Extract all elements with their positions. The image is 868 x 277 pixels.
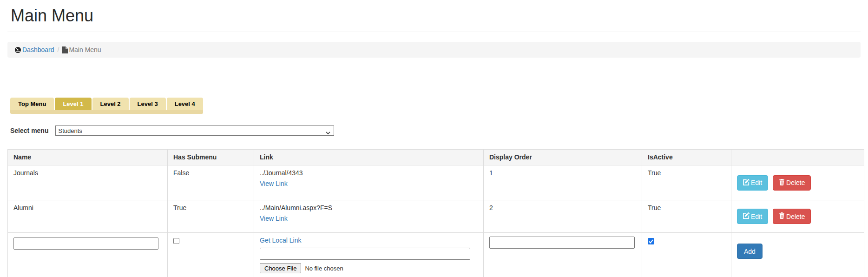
edit-icon [743,179,750,187]
cell-name: Journals [8,165,168,200]
cell-add-name [8,233,168,277]
trash-icon [779,212,785,220]
edit-button-label: Edit [751,213,762,220]
file-icon [62,46,68,53]
cell-link: ../Journal/4343 View Link [254,165,484,200]
cell-actions: Edit Delete [731,200,864,233]
has-submenu-checkbox[interactable] [173,238,179,244]
title-divider [7,32,861,32]
cell-has-submenu: False [168,165,254,200]
page-title: Main Menu [7,0,861,32]
cell-display-order: 2 [484,200,642,233]
name-input[interactable] [13,237,158,250]
breadcrumb-dashboard-link[interactable]: Dashboard [14,46,54,53]
delete-button-label: Delete [786,179,805,186]
edit-icon [743,212,750,220]
select-menu-row: Select menu Students [10,125,861,136]
menu-table: Name Has Submenu Link Display Order IsAc… [7,149,864,277]
file-input: Choose File No file chosen [260,263,478,273]
add-row: Get Local Link Choose File No file chose… [8,233,864,277]
link-input[interactable] [260,248,470,260]
col-header-link: Link [254,150,484,165]
trash-icon [779,179,785,187]
tab-level-1[interactable]: Level 1 [55,98,91,110]
menu-select[interactable]: Students [55,125,334,136]
tab-top-menu[interactable]: Top Menu [10,98,54,110]
breadcrumb-separator: / [54,46,63,53]
display-order-input[interactable] [489,237,635,249]
cell-is-active: True [642,165,731,200]
tab-level-2[interactable]: Level 2 [92,98,129,110]
col-header-is-active: IsActive [642,150,731,165]
col-header-actions [731,150,864,165]
cell-has-submenu: True [168,200,254,233]
level-tabs: Top Menu Level 1 Level 2 Level 3 Level 4 [10,98,207,114]
cell-add-display-order [484,233,642,277]
cell-name: Alumni [8,200,168,233]
col-header-display-order: Display Order [484,150,642,165]
edit-button[interactable]: Edit [737,175,768,191]
is-active-checkbox[interactable] [648,238,654,244]
breadcrumb: Dashboard / Main Menu [7,42,861,58]
tab-row: Top Menu Level 1 Level 2 Level 3 Level 4 [10,98,203,110]
select-menu-label: Select menu [10,127,48,134]
view-link[interactable]: View Link [260,180,288,187]
table-row: Journals False ../Journal/4343 View Link… [8,165,864,200]
cell-add-has-submenu [168,233,254,277]
cell-display-order: 1 [484,165,642,200]
dashboard-icon [14,46,21,53]
menu-select-value: Students [58,127,82,134]
link-url: ../Main/Alumni.aspx?F=S [260,204,332,211]
cell-actions: Edit Delete [731,165,864,200]
choose-file-button[interactable]: Choose File [260,263,301,273]
delete-button-label: Delete [786,213,805,220]
add-button[interactable]: Add [737,244,763,259]
breadcrumb-current-label: Main Menu [69,46,101,53]
tab-level-3[interactable]: Level 3 [130,98,166,110]
file-status-text: No file chosen [305,265,343,272]
check-icon [649,237,653,245]
link-url: ../Journal/4343 [260,169,303,177]
delete-button[interactable]: Delete [773,209,811,224]
table-header-row: Name Has Submenu Link Display Order IsAc… [8,150,864,165]
get-local-link[interactable]: Get Local Link [260,237,302,244]
breadcrumb-dashboard-label: Dashboard [22,46,54,53]
col-header-name: Name [8,150,168,165]
tab-level-4[interactable]: Level 4 [167,98,203,110]
chevron-down-icon [326,129,330,136]
cell-add-link: Get Local Link Choose File No file chose… [254,233,484,277]
col-header-has-submenu: Has Submenu [168,150,254,165]
view-link[interactable]: View Link [260,215,288,222]
cell-add-is-active [642,233,731,277]
table-row: Alumni True ../Main/Alumni.aspx?F=S View… [8,200,864,233]
delete-button[interactable]: Delete [773,175,811,191]
cell-is-active: True [642,200,731,233]
tab-strip [10,110,203,114]
edit-button[interactable]: Edit [737,209,768,224]
edit-button-label: Edit [751,179,762,186]
cell-link: ../Main/Alumni.aspx?F=S View Link [254,200,484,233]
cell-add-actions: Add [731,233,864,277]
breadcrumb-current: Main Menu [62,46,101,53]
main-content: Main Menu Dashboard / Main Menu Top Menu… [0,0,868,277]
